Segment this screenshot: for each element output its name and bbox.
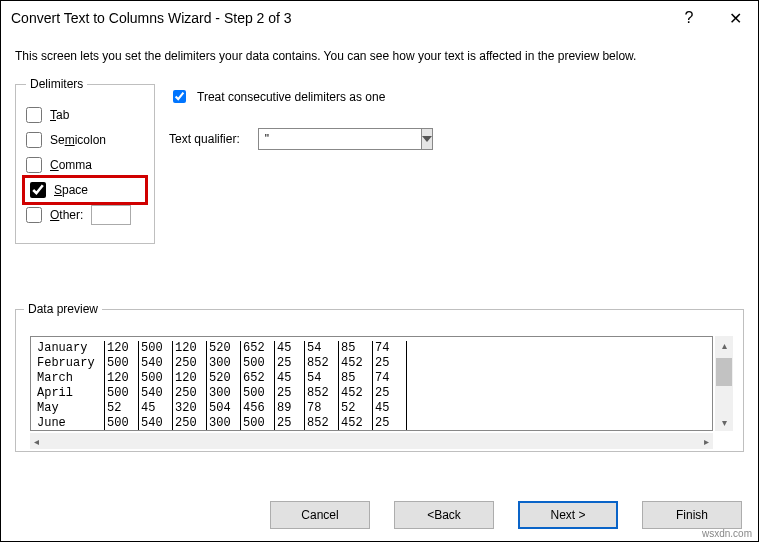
watermark: wsxdn.com	[702, 528, 752, 539]
table-cell: 456	[241, 401, 275, 416]
table-cell: 120	[105, 341, 139, 356]
tab-checkbox[interactable]	[26, 107, 42, 123]
table-cell: 74	[373, 341, 407, 356]
data-preview-box: January12050012052065245548574February50…	[30, 336, 713, 431]
semicolon-checkbox[interactable]	[26, 132, 42, 148]
table-cell: 452	[339, 386, 373, 401]
table-cell: 500	[241, 386, 275, 401]
table-cell: 852	[305, 386, 339, 401]
table-cell: June	[35, 416, 105, 431]
table-row: February5005402503005002585245225	[35, 356, 710, 371]
table-cell: 500	[139, 371, 173, 386]
button-bar: Cancel < Back Next > Finish	[270, 501, 742, 529]
next-button[interactable]: Next >	[518, 501, 618, 529]
table-cell: 120	[173, 371, 207, 386]
delimiter-tab-row: Tab	[26, 104, 144, 126]
table-cell: 54	[305, 341, 339, 356]
treat-consecutive-row: Treat consecutive delimiters as one	[169, 87, 744, 106]
table-cell: April	[35, 386, 105, 401]
table-cell: February	[35, 356, 105, 371]
space-checkbox[interactable]	[30, 182, 46, 198]
table-cell: 52	[105, 401, 139, 416]
table-cell: March	[35, 371, 105, 386]
table-row: June5005402503005002585245225	[35, 416, 710, 431]
chevron-down-icon[interactable]	[421, 128, 433, 150]
help-button[interactable]: ?	[666, 1, 712, 35]
data-preview-legend: Data preview	[24, 302, 102, 316]
scroll-thumb[interactable]	[716, 358, 732, 386]
treat-consecutive-label: Treat consecutive delimiters as one	[197, 90, 385, 104]
table-cell: 89	[275, 401, 305, 416]
horizontal-scrollbar[interactable]: ◂ ▸	[30, 433, 713, 449]
table-cell: 45	[275, 371, 305, 386]
scroll-left-icon[interactable]: ◂	[34, 436, 39, 447]
table-cell: 540	[139, 416, 173, 431]
table-cell: 25	[373, 356, 407, 371]
delimiters-group: Delimiters Tab Semicolon Comma Space	[15, 77, 155, 244]
table-row: May524532050445689785245	[35, 401, 710, 416]
table-cell: 120	[105, 371, 139, 386]
table-row: April5005402503005002585245225	[35, 386, 710, 401]
table-cell: 25	[275, 416, 305, 431]
treat-consecutive-checkbox[interactable]	[173, 90, 186, 103]
table-cell: 25	[373, 416, 407, 431]
table-cell: 500	[105, 386, 139, 401]
table-cell: 520	[207, 371, 241, 386]
other-checkbox[interactable]	[26, 207, 42, 223]
table-cell: 120	[173, 341, 207, 356]
table-cell: 45	[139, 401, 173, 416]
table-cell: 540	[139, 356, 173, 371]
delimiter-comma-row: Comma	[26, 154, 144, 176]
table-cell: 45	[373, 401, 407, 416]
table-cell: 52	[339, 401, 373, 416]
table-cell: 250	[173, 356, 207, 371]
description-text: This screen lets you set the delimiters …	[15, 49, 744, 63]
text-qualifier-row: Text qualifier:	[169, 128, 744, 150]
close-button[interactable]: ✕	[712, 1, 758, 35]
table-cell: 500	[105, 416, 139, 431]
comma-label: Comma	[50, 158, 92, 172]
text-qualifier-input[interactable]	[258, 128, 421, 150]
options-column: Treat consecutive delimiters as one Text…	[169, 77, 744, 150]
table-cell: 500	[139, 341, 173, 356]
table-cell: 500	[105, 356, 139, 371]
table-cell: 74	[373, 371, 407, 386]
scroll-right-icon[interactable]: ▸	[704, 436, 709, 447]
tab-label: Tab	[50, 108, 69, 122]
text-qualifier-combo[interactable]	[258, 128, 378, 150]
scroll-up-icon[interactable]: ▴	[715, 336, 733, 354]
table-cell: 25	[373, 386, 407, 401]
table-cell: 300	[207, 416, 241, 431]
semicolon-label: Semicolon	[50, 133, 106, 147]
delimiter-other-row: Other:	[26, 204, 144, 226]
table-cell: 85	[339, 371, 373, 386]
vertical-scrollbar[interactable]: ▴ ▾	[715, 336, 733, 431]
table-cell: 852	[305, 356, 339, 371]
other-label: Other:	[50, 208, 83, 222]
window-title: Convert Text to Columns Wizard - Step 2 …	[11, 10, 666, 26]
table-cell: 652	[241, 341, 275, 356]
scroll-down-icon[interactable]: ▾	[715, 413, 733, 431]
titlebar: Convert Text to Columns Wizard - Step 2 …	[1, 1, 758, 35]
space-label: Space	[54, 183, 88, 197]
table-cell: 652	[241, 371, 275, 386]
delimiter-semicolon-row: Semicolon	[26, 129, 144, 151]
table-cell: 540	[139, 386, 173, 401]
table-cell: 300	[207, 356, 241, 371]
finish-button[interactable]: Finish	[642, 501, 742, 529]
back-button[interactable]: < Back	[394, 501, 494, 529]
table-cell: 78	[305, 401, 339, 416]
table-cell: May	[35, 401, 105, 416]
table-cell: 45	[275, 341, 305, 356]
table-cell: 54	[305, 371, 339, 386]
table-row: March12050012052065245548574	[35, 371, 710, 386]
table-row: January12050012052065245548574	[35, 341, 710, 356]
comma-checkbox[interactable]	[26, 157, 42, 173]
table-cell: 25	[275, 356, 305, 371]
table-cell: 520	[207, 341, 241, 356]
cancel-button[interactable]: Cancel	[270, 501, 370, 529]
text-qualifier-label: Text qualifier:	[169, 132, 240, 146]
delimiters-legend: Delimiters	[26, 77, 87, 91]
other-input[interactable]	[91, 205, 131, 225]
table-cell: 452	[339, 356, 373, 371]
